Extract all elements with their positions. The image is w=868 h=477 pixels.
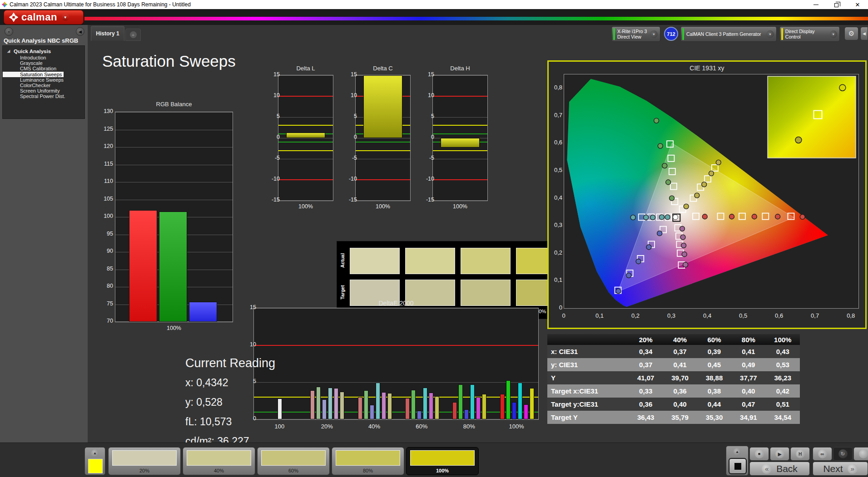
gridline — [278, 138, 333, 138]
add-tab-button[interactable]: + — [125, 29, 141, 41]
cie-ytick-0,6: 0,6 — [550, 139, 562, 146]
display-control-dropdown[interactable]: Direct Display Control ▼ — [779, 26, 840, 42]
results-header-40%: 40% — [663, 334, 697, 345]
results-row-y-cie31: y: CIE310,370,410,450,490,53 — [547, 358, 800, 371]
rgb-balance-chart — [115, 112, 233, 322]
y-tick-label: 0 — [419, 134, 434, 140]
tree-item-cms-calibration[interactable]: CMS Calibration — [3, 66, 84, 71]
limit-line-10 — [433, 96, 487, 97]
delta-l-chart — [278, 75, 333, 201]
cie-measured-blue — [626, 273, 631, 278]
limit-line--3 — [356, 150, 410, 151]
y-tick-label: 75 — [98, 300, 113, 307]
refresh-icon: ↻ — [838, 449, 848, 458]
pattern-button-80%[interactable]: 80% — [332, 447, 404, 475]
y-tick-label: -5 — [419, 155, 434, 161]
deltae-bar-20%-2 — [322, 399, 327, 419]
deltae-bar-80%-2 — [464, 409, 469, 419]
gridline — [254, 419, 538, 419]
tree-item-introduction[interactable]: Introduction — [3, 55, 84, 60]
minimize-button[interactable] — [805, 0, 826, 9]
record-dot-button[interactable]: ● — [5, 27, 13, 36]
step-measure-button[interactable]: H — [790, 447, 810, 461]
gridline — [254, 382, 538, 383]
pattern-generator-dropdown[interactable]: CalMAN Client 3 Pattern Generator ▼ — [680, 26, 777, 42]
gridline — [115, 147, 233, 148]
delta-h-title: Delta H — [432, 65, 488, 72]
cie-measured-yellow — [702, 182, 707, 187]
next-button[interactable]: Next » — [813, 462, 868, 476]
y-tick-label: 80 — [98, 283, 113, 289]
refresh-measure-button[interactable]: ↻ — [833, 447, 853, 461]
limit-line--1 — [356, 142, 410, 143]
play-measure-button[interactable]: ▶ — [770, 447, 789, 461]
tree-item-spectral-power-dist-[interactable]: Spectral Power Dist. — [3, 93, 84, 99]
chevron-down-icon: ▼ — [64, 15, 67, 20]
y-tick-label: 10 — [264, 92, 280, 98]
deltae-bar-20%-3 — [328, 388, 332, 419]
stop-measure-button[interactable]: ■ — [749, 447, 769, 461]
pattern-toolbar: ▲ 20%40%60%80%100% ▲ ■ ▶ H ∞ ↻ « Back Ne… — [0, 443, 868, 477]
tree-item-screen-uniformity[interactable]: Screen Uniformity — [3, 88, 84, 93]
calman-menu-button[interactable]: calman ▼ — [4, 10, 84, 25]
deltae-bar-60%-2 — [417, 411, 422, 419]
close-button[interactable]: ✕ — [847, 0, 868, 9]
continuous-measure-button[interactable]: ∞ — [813, 447, 832, 461]
collapse-left-icon: ◀ — [79, 30, 82, 34]
deltae-bar-40%-3 — [376, 383, 380, 419]
cie-measured-red — [729, 214, 734, 219]
display-control-status-stripe — [781, 28, 783, 40]
extra-measure-button[interactable] — [853, 447, 868, 461]
logo-dropdown-button[interactable]: ▼ — [62, 14, 69, 21]
meter-dropdown[interactable]: X-Rite i1Pro 3 Direct View ▼ — [611, 26, 660, 42]
cie-xtick-0: 0 — [555, 312, 573, 319]
limit-line--10 — [433, 179, 487, 180]
cie-measured-magenta — [682, 252, 687, 257]
cie-measured-cyan — [630, 215, 635, 220]
window-title: Calman 2023 Calman Ultimate for Business… — [10, 1, 191, 8]
up-arrow-icon: ▲ — [91, 449, 99, 457]
measure-tray-expander[interactable]: ▲ — [726, 446, 749, 476]
pattern-button-20%[interactable]: 20% — [108, 447, 181, 475]
sidebar-collapse-button[interactable]: ◀ — [76, 27, 84, 36]
cie-measured-red — [800, 214, 805, 219]
panel-collapse-button[interactable]: ◀ — [860, 27, 868, 40]
pattern-tray-expander[interactable]: ▲ — [84, 447, 105, 475]
pattern-window-button[interactable] — [729, 458, 747, 474]
back-button[interactable]: « Back — [749, 462, 810, 476]
current-reading-y: y: 0,528 — [185, 396, 275, 408]
meter-exposure-badge[interactable]: 712 — [664, 27, 678, 41]
pattern-button-40%[interactable]: 40% — [183, 447, 255, 475]
cie-measured-yellow — [716, 160, 721, 165]
pattern-button-60%[interactable]: 60% — [257, 447, 330, 475]
cie-xtick-0,1: 0,1 — [590, 312, 609, 319]
deltae-bar-100%-3 — [518, 383, 522, 419]
results-cell: 0,37 — [663, 345, 697, 358]
gridline — [115, 130, 233, 130]
gridline — [356, 138, 410, 138]
deltae2000-title: DeltaE 2000 — [253, 300, 539, 307]
deltae-bar-20%-5 — [340, 392, 344, 419]
results-cell: 35,30 — [697, 411, 731, 424]
deltae-bar-20%-0 — [310, 390, 315, 419]
pattern-button-100%[interactable]: 100% — [406, 447, 479, 475]
settings-button[interactable]: ⚙ — [844, 27, 858, 40]
up-arrow-icon: ▲ — [734, 448, 741, 456]
gridline — [278, 75, 333, 76]
cie-xtick-0,8: 0,8 — [842, 312, 860, 319]
tree-item-grayscale[interactable]: Grayscale — [3, 60, 84, 66]
gridline — [356, 200, 410, 201]
tree-item-saturation-sweeps[interactable]: Saturation Sweeps — [3, 72, 64, 77]
limit-line-3 — [433, 125, 487, 126]
tab-history-1[interactable]: History 1 — [91, 26, 124, 41]
restore-button[interactable] — [826, 0, 847, 9]
cie-ytick-0,5: 0,5 — [550, 167, 562, 173]
tree-item-colorchecker[interactable]: ColorChecker — [3, 83, 84, 88]
y-tick-label: 5 — [241, 378, 256, 384]
next-label: Next — [823, 463, 843, 474]
tree-item-luminance-sweeps[interactable]: Luminance Sweeps — [3, 77, 84, 83]
tree-root-quick-analysis[interactable]: ◢ Quick Analysis — [3, 49, 84, 55]
record-dot-icon: ● — [8, 30, 10, 33]
y-tick-label: 0 — [264, 134, 280, 140]
gridline — [254, 308, 538, 309]
